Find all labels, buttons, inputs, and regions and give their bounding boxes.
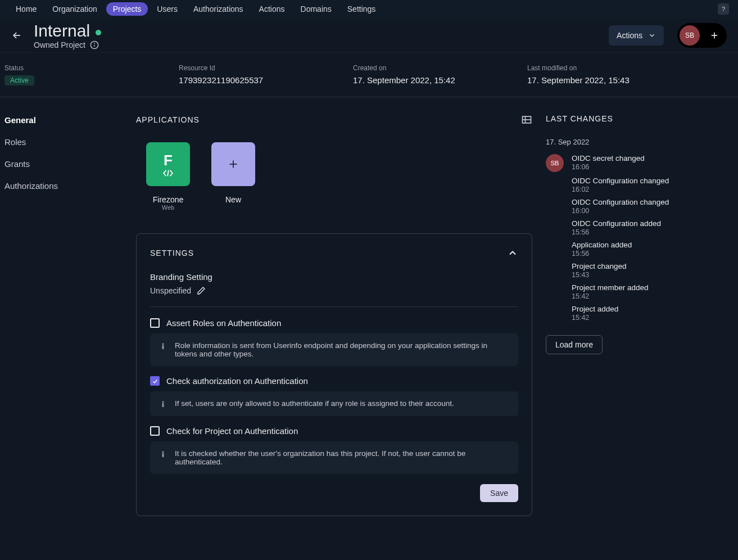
- option-info-text: Role information is sent from Userinfo e…: [175, 341, 509, 358]
- project-type-label: Owned Project: [34, 40, 85, 49]
- info-icon: [159, 450, 167, 458]
- app-subtype: Web: [162, 204, 174, 211]
- change-time: 16:02: [572, 186, 669, 193]
- info-icon: [159, 342, 167, 350]
- sidebar-item-grants[interactable]: Grants: [4, 158, 128, 170]
- change-item[interactable]: Project member added15:42: [572, 283, 734, 300]
- change-time: 15:56: [572, 250, 632, 258]
- svg-line-8: [167, 170, 169, 176]
- status-label: Status: [4, 64, 179, 72]
- status-dot-icon: [96, 30, 101, 35]
- option-info: Role information is sent from Userinfo e…: [150, 333, 518, 366]
- sidebar-item-authorizations[interactable]: Authorizations: [4, 180, 128, 192]
- nav-projects[interactable]: Projects: [106, 2, 148, 16]
- resource-id-value: 179392321190625537: [179, 75, 353, 85]
- list-view-toggle[interactable]: [521, 114, 532, 125]
- branding-heading: Branding Setting: [150, 272, 518, 282]
- option-label: Check authorization on Authentication: [166, 376, 308, 386]
- new-application-button[interactable]: New: [211, 142, 255, 211]
- change-title: OIDC Configuration changed: [572, 198, 669, 206]
- top-nav: HomeOrganizationProjectsUsersAuthorizati…: [0, 0, 738, 19]
- change-item[interactable]: Project changed15:43: [572, 262, 734, 279]
- nav-authorizations[interactable]: Authorizations: [187, 2, 250, 16]
- actions-label: Actions: [617, 31, 642, 40]
- created-on-value: 17. September 2022, 15:42: [353, 75, 527, 85]
- new-app-label: New: [225, 195, 241, 204]
- checkbox-option-0[interactable]: [150, 318, 160, 328]
- checkbox-option-2[interactable]: [150, 426, 160, 436]
- arrow-left-icon: [11, 30, 22, 41]
- nav-actions[interactable]: Actions: [252, 2, 292, 16]
- change-item[interactable]: SBOIDC secret changed16:06: [546, 154, 734, 172]
- info-icon: [159, 400, 167, 408]
- modified-on-value: 17. September 2022, 15:43: [527, 75, 734, 85]
- svg-point-2: [94, 43, 94, 44]
- svg-point-11: [162, 344, 164, 345]
- change-title: OIDC secret changed: [572, 154, 645, 162]
- collapse-button[interactable]: [507, 247, 518, 259]
- change-item[interactable]: OIDC Configuration changed16:00: [572, 198, 734, 215]
- change-item[interactable]: OIDC Configuration changed16:02: [572, 177, 734, 193]
- option-info: If set, users are only allowed to authen…: [150, 391, 518, 416]
- chevron-down-icon: [648, 31, 656, 39]
- change-time: 15:56: [572, 228, 661, 236]
- change-item[interactable]: OIDC Configuration added15:56: [572, 219, 734, 236]
- svg-point-15: [162, 451, 164, 453]
- page-header: Internal Owned Project Actions SB: [0, 19, 738, 52]
- code-icon: [162, 169, 174, 177]
- option-label: Assert Roles on Authentication: [166, 318, 281, 328]
- info-icon[interactable]: [90, 40, 99, 49]
- application-card-firezone[interactable]: F Firezone Web: [146, 142, 190, 211]
- settings-heading: SETTINGS: [150, 249, 194, 258]
- checkbox-option-1[interactable]: [150, 376, 160, 386]
- back-button[interactable]: [7, 25, 27, 46]
- actions-dropdown[interactable]: Actions: [609, 25, 664, 46]
- svg-rect-12: [162, 345, 164, 349]
- applications-heading: APPLICATIONS: [136, 115, 200, 124]
- nav-settings[interactable]: Settings: [341, 2, 383, 16]
- last-changes-heading: LAST CHANGES: [546, 114, 734, 123]
- app-name: Firezone: [153, 195, 183, 204]
- load-more-button[interactable]: Load more: [546, 335, 603, 354]
- plus-icon: [227, 158, 239, 170]
- option-info-text: If set, users are only allowed to authen…: [175, 399, 454, 408]
- chevron-up-icon: [507, 247, 518, 259]
- nav-home[interactable]: Home: [9, 2, 43, 16]
- contributors-cluster: SB: [677, 23, 727, 48]
- created-on-label: Created on: [353, 64, 527, 72]
- change-title: Application added: [572, 241, 632, 249]
- change-item[interactable]: Application added15:56: [572, 241, 734, 258]
- sidebar-item-general[interactable]: General: [4, 114, 128, 126]
- settings-panel: SETTINGS Branding Setting Unspecified As…: [136, 233, 532, 516]
- nav-domains[interactable]: Domains: [294, 2, 338, 16]
- option-info: It is checked whether the user's organiz…: [150, 441, 518, 474]
- plus-icon: [709, 30, 719, 40]
- sidebar: GeneralRolesGrantsAuthorizations: [4, 114, 128, 516]
- sidebar-item-roles[interactable]: Roles: [4, 136, 128, 148]
- modified-on-label: Last modified on: [527, 64, 734, 72]
- status-badge: Active: [4, 75, 34, 85]
- help-button[interactable]: ?: [718, 3, 729, 15]
- option-label: Check for Project on Authentication: [166, 426, 298, 436]
- avatar: SB: [546, 154, 564, 172]
- change-title: OIDC Configuration added: [572, 219, 661, 228]
- change-title: Project changed: [572, 262, 627, 270]
- resource-id-label: Resource Id: [179, 64, 353, 72]
- change-time: 15:43: [572, 271, 627, 279]
- save-button[interactable]: Save: [480, 484, 518, 502]
- option-info-text: It is checked whether the user's organiz…: [175, 449, 509, 466]
- divider: [150, 306, 518, 307]
- app-letter: F: [164, 152, 173, 169]
- nav-organization[interactable]: Organization: [46, 2, 103, 16]
- change-title: OIDC Configuration changed: [572, 177, 669, 185]
- pencil-icon: [197, 286, 206, 295]
- avatar[interactable]: SB: [680, 25, 700, 46]
- change-item[interactable]: Project added15:42: [572, 305, 734, 322]
- svg-point-13: [162, 401, 164, 403]
- change-title: Project added: [572, 305, 618, 313]
- edit-branding-button[interactable]: [197, 286, 206, 295]
- nav-users[interactable]: Users: [150, 2, 184, 16]
- svg-rect-14: [162, 403, 164, 407]
- change-time: 16:06: [572, 163, 645, 171]
- add-member-button[interactable]: [704, 25, 725, 46]
